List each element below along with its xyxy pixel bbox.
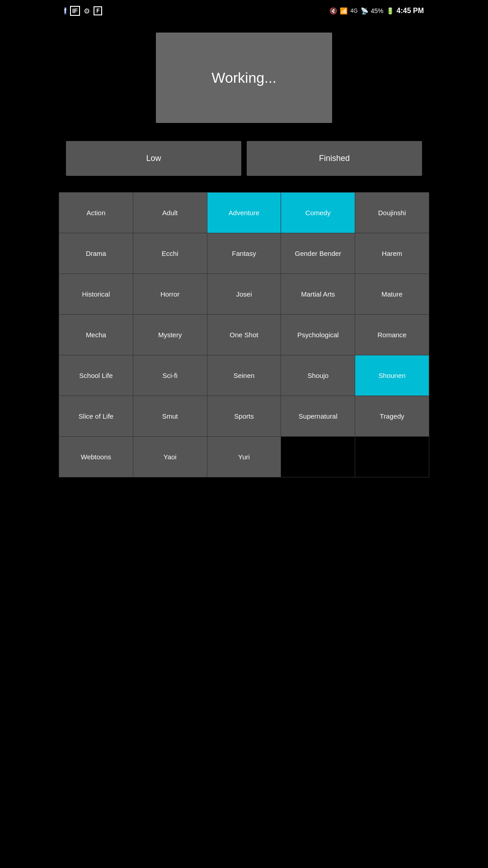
genre-grid: ActionAdultAdventureComedyDoujinshiDrama… [59,192,429,477]
genre-cell-gender-bender[interactable]: Gender Bender [281,233,355,274]
working-box: Working... [156,33,332,123]
genre-cell-harem[interactable]: Harem [355,233,429,274]
genre-cell-horror[interactable]: Horror [133,274,207,315]
genre-cell-shoujo[interactable]: Shoujo [281,355,355,396]
battery-label: 45% [371,7,384,14]
genre-cell-adventure[interactable]: Adventure [207,193,282,233]
genre-cell-drama[interactable]: Drama [59,233,133,274]
genre-cell-mystery[interactable]: Mystery [133,315,207,355]
settings-icon: ⚙ [84,7,90,15]
genre-cell-martial-arts[interactable]: Martial Arts [281,274,355,315]
genre-cell-mature[interactable]: Mature [355,274,429,315]
genre-cell-sports[interactable]: Sports [207,396,282,437]
status-bar: f IF ⚙ F 🔇 📶 4G 📡 45% 🔋 4:45 PM [59,0,429,22]
genre-cell-mecha[interactable]: Mecha [59,315,133,355]
genre-cell-psychological[interactable]: Psychological [281,315,355,355]
genre-cell-ecchi[interactable]: Ecchi [133,233,207,274]
if-icon: IF [70,6,80,16]
genre-cell-sci-fi[interactable]: Sci-fi [133,355,207,396]
filter-low-button[interactable]: Low [66,141,241,176]
genre-cell-historical[interactable]: Historical [59,274,133,315]
genre-cell-yaoi[interactable]: Yaoi [133,437,207,477]
genre-cell-shounen[interactable]: Shounen [355,355,429,396]
genre-cell-one-shot[interactable]: One Shot [207,315,282,355]
status-right: 🔇 📶 4G 📡 45% 🔋 4:45 PM [329,7,424,15]
battery-icon: 🔋 [386,7,394,14]
filter-row: Low Finished [59,134,429,183]
status-time: 4:45 PM [397,7,424,15]
genre-cell-webtoons[interactable]: Webtoons [59,437,133,477]
facebook-icon: f [64,7,66,14]
filter-finished-button[interactable]: Finished [247,141,422,176]
genre-cell-action[interactable]: Action [59,193,133,233]
working-container: Working... [59,25,429,130]
app-icon-f: F [94,6,102,15]
genre-cell-empty-0 [281,437,355,477]
mute-icon: 🔇 [329,7,337,14]
working-text: Working... [211,70,276,86]
network-label: 4G [350,8,357,14]
genre-cell-fantasy[interactable]: Fantasy [207,233,282,274]
genre-cell-yuri[interactable]: Yuri [207,437,282,477]
genre-cell-empty-1 [355,437,429,477]
genre-cell-josei[interactable]: Josei [207,274,282,315]
genre-cell-slice-of-life[interactable]: Slice of Life [59,396,133,437]
wifi-icon: 📶 [340,7,347,14]
genre-cell-smut[interactable]: Smut [133,396,207,437]
genre-cell-doujinshi[interactable]: Doujinshi [355,193,429,233]
genre-cell-supernatural[interactable]: Supernatural [281,396,355,437]
genre-cell-school-life[interactable]: School Life [59,355,133,396]
genre-cell-adult[interactable]: Adult [133,193,207,233]
signal-icon: 📡 [361,7,368,14]
genre-cell-seinen[interactable]: Seinen [207,355,282,396]
genre-cell-tragedy[interactable]: Tragedy [355,396,429,437]
status-left: f IF ⚙ F [64,6,102,16]
genre-cell-romance[interactable]: Romance [355,315,429,355]
genre-cell-comedy[interactable]: Comedy [281,193,355,233]
